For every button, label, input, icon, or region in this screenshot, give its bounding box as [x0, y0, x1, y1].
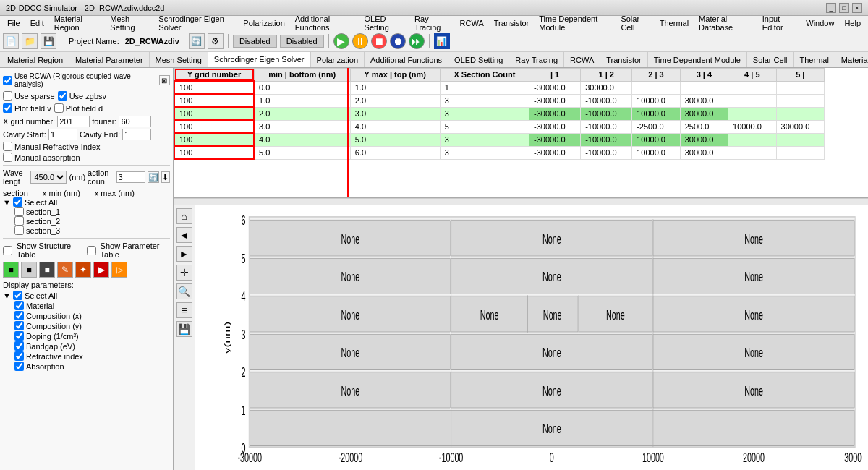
bar-chart-button[interactable]: 📊: [434, 33, 450, 49]
grid-cell-3-9[interactable]: 30000.0: [776, 120, 824, 133]
param-refractive-checkbox[interactable]: [14, 351, 24, 361]
param-bandgap-checkbox[interactable]: [14, 341, 24, 351]
grid-cell-0-7[interactable]: [680, 81, 728, 94]
wave-select[interactable]: 450.0: [30, 171, 67, 184]
grid-cell-0-5[interactable]: 30000.0: [581, 81, 632, 94]
menu-help[interactable]: Help: [840, 17, 865, 29]
manual-ri-checkbox[interactable]: [3, 142, 12, 151]
grid-cell-4-4[interactable]: -30000.0: [529, 133, 581, 146]
grid-cell-2-9[interactable]: [776, 107, 824, 120]
orange-icon-1[interactable]: ✎: [57, 262, 73, 278]
nav-settings-btn[interactable]: ≡: [176, 302, 192, 318]
grid-cell-5-2[interactable]: 6.0: [350, 146, 440, 159]
x-grid-input[interactable]: [57, 116, 90, 127]
param-material-checkbox[interactable]: [14, 301, 24, 310]
grid-cell-1-4[interactable]: -30000.0: [529, 94, 581, 107]
rcwa-toggle-btn[interactable]: ⊠: [159, 75, 170, 85]
grid-cell-3-8[interactable]: 10000.0: [728, 120, 776, 133]
menu-oled[interactable]: OLED Setting: [360, 13, 409, 33]
grid-cell-3-2[interactable]: 4.0: [350, 120, 440, 133]
menu-input-editor[interactable]: Input Editor: [758, 13, 800, 33]
grid-cell-1-1[interactable]: 1.0: [254, 94, 350, 107]
grid-cell-2-8[interactable]: [728, 107, 776, 120]
grid-cell-5-6[interactable]: 10000.0: [632, 146, 680, 159]
grid-cell-4-5[interactable]: -10000.0: [581, 133, 632, 146]
tab-solar-cell[interactable]: Solar Cell: [747, 52, 794, 67]
menu-material-region[interactable]: Material Region: [50, 13, 105, 33]
tab-additional[interactable]: Additional Functions: [365, 52, 448, 67]
nav-home-btn[interactable]: ⌂: [176, 208, 192, 224]
grid-cell-3-0[interactable]: 100: [174, 120, 254, 133]
cavity-start-input[interactable]: [48, 129, 77, 140]
menu-schrodinger[interactable]: Schrodinger Eigen Solver: [154, 13, 237, 33]
menu-additional[interactable]: Additional Functions: [291, 13, 359, 33]
param-composition-x-checkbox[interactable]: [14, 311, 24, 320]
settings-button[interactable]: ⚙: [208, 33, 224, 49]
open-file-button[interactable]: 📁: [22, 33, 38, 49]
nav-right-btn[interactable]: ►: [176, 246, 192, 262]
tab-material-database[interactable]: Material Database: [835, 52, 868, 67]
nav-cross-btn[interactable]: ✛: [176, 265, 192, 281]
grid-cell-2-0[interactable]: 100: [174, 107, 254, 120]
grid-cell-4-2[interactable]: 5.0: [350, 133, 440, 146]
grid-cell-1-5[interactable]: -10000.0: [581, 94, 632, 107]
nav-save-btn[interactable]: 💾: [176, 321, 192, 337]
grid-cell-4-8[interactable]: [728, 133, 776, 146]
nav-left-btn[interactable]: ◄: [176, 227, 192, 243]
grid-cell-4-6[interactable]: 10000.0: [632, 133, 680, 146]
grid-cell-2-1[interactable]: 2.0: [254, 107, 350, 120]
grid-cell-0-1[interactable]: 0.0: [254, 81, 350, 94]
plot-field-v-checkbox[interactable]: [3, 103, 12, 113]
param-absorption-checkbox[interactable]: [14, 362, 24, 371]
manual-abs-checkbox[interactable]: [3, 153, 12, 162]
red-icon-2[interactable]: ▶: [93, 262, 109, 278]
tab-rcwa[interactable]: RCWA: [564, 52, 600, 67]
grid-cell-4-9[interactable]: [776, 133, 824, 146]
grid-cell-0-0[interactable]: 100: [174, 81, 254, 94]
menu-thermal[interactable]: Thermal: [655, 17, 693, 29]
grid-cell-1-0[interactable]: 100: [174, 94, 254, 107]
grid-cell-0-4[interactable]: -30000.0: [529, 81, 581, 94]
param-composition-y-checkbox[interactable]: [14, 321, 24, 330]
disabled-button-1[interactable]: Disabled: [233, 35, 277, 48]
grid-cell-3-1[interactable]: 3.0: [254, 120, 350, 133]
tab-material-parameter[interactable]: Material Parameter: [69, 52, 150, 67]
grid-cell-5-1[interactable]: 5.0: [254, 146, 350, 159]
grid-cell-4-3[interactable]: 3: [440, 133, 529, 146]
use-rcwa-checkbox[interactable]: [3, 76, 12, 85]
grid-cell-2-5[interactable]: -10000.0: [581, 107, 632, 120]
grid-cell-1-2[interactable]: 2.0: [350, 94, 440, 107]
menu-material-database[interactable]: Material Database: [694, 13, 757, 33]
play-icon[interactable]: ▷: [111, 262, 127, 278]
grid-cell-5-5[interactable]: -10000.0: [581, 146, 632, 159]
show-structure-table-checkbox[interactable]: [3, 246, 12, 255]
grid-cell-1-8[interactable]: [728, 94, 776, 107]
section-1-checkbox[interactable]: [14, 207, 24, 216]
menu-edit[interactable]: Edit: [26, 17, 48, 29]
menu-solar-cell[interactable]: Solar Cell: [616, 13, 653, 33]
tab-thermal[interactable]: Thermal: [794, 52, 835, 67]
run-pause-button[interactable]: ⏸: [352, 33, 368, 49]
tab-oled[interactable]: OLED Setting: [448, 52, 509, 67]
tab-ray-tracing[interactable]: Ray Tracing: [509, 52, 564, 67]
maximize-button[interactable]: □: [839, 3, 849, 13]
grid-cell-3-6[interactable]: -2500.0: [632, 120, 680, 133]
close-button[interactable]: ×: [852, 3, 862, 13]
menu-window[interactable]: Window: [801, 17, 838, 29]
wave-refresh-btn[interactable]: 🔄: [148, 171, 159, 183]
run-record-button[interactable]: ⏺: [390, 33, 406, 49]
tab-mesh-setting[interactable]: Mesh Setting: [150, 52, 208, 67]
grid-cell-3-5[interactable]: -10000.0: [581, 120, 632, 133]
grid-cell-2-7[interactable]: 30000.0: [680, 107, 728, 120]
section-2-checkbox[interactable]: [14, 216, 24, 226]
gray-icon-1[interactable]: ■: [21, 262, 37, 278]
window-controls[interactable]: _ □ ×: [826, 3, 862, 13]
param-doping-checkbox[interactable]: [14, 331, 24, 341]
section-3-checkbox[interactable]: [14, 226, 24, 235]
disabled-button-2[interactable]: Disabled: [280, 35, 324, 48]
menu-rcwa[interactable]: RCWA: [456, 17, 488, 29]
minimize-button[interactable]: _: [826, 3, 836, 13]
action-count-input[interactable]: [116, 171, 145, 183]
use-sparse-checkbox[interactable]: [3, 91, 12, 101]
green-icon-1[interactable]: ■: [3, 262, 19, 278]
